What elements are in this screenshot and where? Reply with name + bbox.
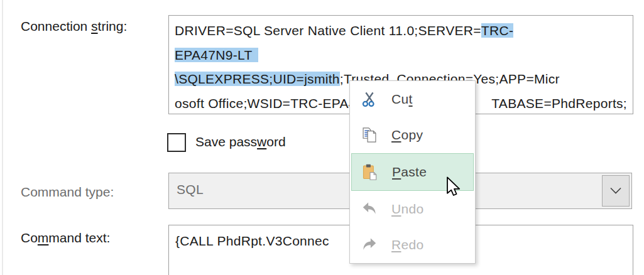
command-text-value: {CALL PhdRpt.V3Connec — [175, 234, 329, 248]
copy-pages-icon — [360, 126, 379, 144]
connection-string-line: EPA47N9-LT — [175, 43, 627, 68]
menu-item-label: Redo — [391, 237, 423, 252]
menu-item-redo: Redo — [350, 227, 475, 263]
scissors-icon — [360, 90, 379, 109]
connection-string-label: Connection string: — [21, 19, 127, 34]
command-type-value: SQL — [177, 182, 204, 197]
connection-text: DRIVER=SQL Server Native Client 11.0;SER… — [175, 23, 481, 38]
paste-clipboard-icon — [361, 163, 379, 181]
redo-arrow-icon — [360, 235, 379, 254]
command-type-label: Command type: — [21, 185, 114, 200]
save-password-checkbox[interactable] — [167, 133, 186, 152]
selected-text: EPA47N9-LT — [175, 48, 258, 62]
menu-item-label: Cut — [391, 92, 413, 107]
menu-item-cut[interactable]: Cut — [350, 81, 475, 117]
chevron-down-icon — [602, 175, 630, 207]
undo-arrow-icon — [360, 200, 379, 218]
menu-item-label: Undo — [391, 202, 423, 217]
context-menu: CutCopyPasteUndoRedo — [349, 80, 476, 264]
connection-string-line: DRIVER=SQL Server Native Client 11.0;SER… — [175, 19, 627, 43]
menu-item-copy[interactable]: Copy — [350, 117, 475, 153]
dialog-edge-line — [2, 0, 3, 275]
connection-properties-panel: Connection string: DRIVER=SQL Server Nat… — [0, 0, 644, 275]
menu-item-label: Copy — [391, 127, 423, 143]
save-password-label[interactable]: Save password — [195, 134, 286, 149]
connection-text: TABASE=PhdReports; — [491, 92, 627, 115]
selected-text: TRC- — [481, 23, 513, 38]
selected-text: \SQLEXPRESS;UID=jsmith — [175, 72, 340, 86]
menu-item-undo: Undo — [350, 191, 475, 227]
command-text-label: Command text: — [21, 230, 110, 245]
menu-item-label: Paste — [392, 164, 427, 180]
mouse-cursor — [445, 176, 464, 197]
